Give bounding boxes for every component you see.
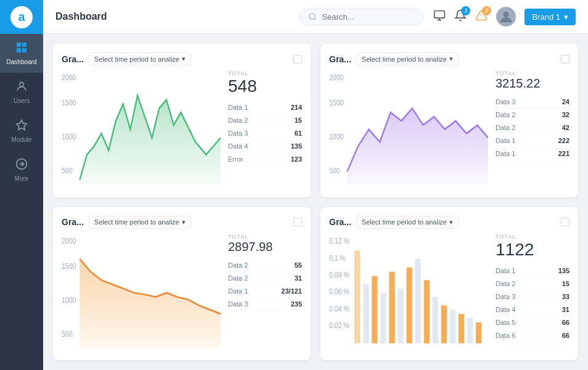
sidebar-item-more[interactable]: More	[0, 150, 43, 189]
card-3-stat-2: Data 123/121	[228, 285, 302, 298]
card-4-time-label: Select time period to analize	[362, 218, 447, 226]
sidebar-item-users[interactable]: Users	[0, 73, 43, 112]
page-title: Dashboard	[55, 11, 107, 22]
card-2-stat-2: Data 242	[496, 121, 570, 134]
card-2-total-label: TOTAL	[496, 70, 570, 76]
topbar-icons: 3 0 Brand 1 ▾	[433, 7, 576, 27]
card-4-time-select[interactable]: Select time period to analize ▾	[356, 216, 459, 229]
svg-rect-41	[406, 267, 412, 343]
search-input[interactable]	[322, 12, 414, 22]
card-2-body: 2000 1500 1000 500	[329, 70, 570, 189]
card-4-chart: 0.12 % 0.1 % 0.08 % 0.06 % 0.04 % 0.02 %	[329, 234, 488, 352]
sidebar: a Dashboard Users Module	[0, 0, 43, 370]
warning-icon-btn[interactable]: 0	[475, 9, 488, 25]
card-1-svg: 2000 1500 1000 500	[62, 70, 221, 189]
more-icon	[15, 158, 28, 173]
sidebar-item-dashboard[interactable]: Dashboard	[0, 34, 43, 73]
card-1-time-label: Select time period to analize	[94, 56, 179, 63]
svg-text:0.1 %: 0.1 %	[329, 254, 346, 262]
card-3-stat-1: Data 231	[228, 272, 302, 285]
monitor-icon	[433, 9, 446, 22]
module-icon	[15, 119, 28, 134]
svg-rect-47	[459, 313, 464, 343]
svg-marker-5	[17, 120, 27, 130]
card-3-stats: TOTAL 2897.98 Data 255 Data 231 Data 123…	[228, 234, 302, 352]
svg-rect-40	[398, 288, 403, 343]
card-2-stat-1: Data 232	[496, 109, 570, 121]
card-1-body: 2000 1500 1000 500	[62, 70, 302, 189]
card-3-total-value: 2897.98	[228, 240, 302, 254]
svg-line-9	[314, 18, 316, 20]
card-2-svg: 2000 1500 1000 500	[329, 70, 488, 189]
svg-rect-44	[433, 297, 438, 343]
card-2-checkbox[interactable]	[561, 55, 570, 64]
card-3-body: 2000 1500 1000 500	[62, 234, 302, 352]
card-2-stat-4: Data 1221	[496, 147, 570, 160]
svg-rect-38	[380, 292, 386, 343]
card-1-time-select[interactable]: Select time period to analize ▾	[89, 52, 191, 65]
card-3-stat-0: Data 255	[228, 259, 302, 272]
svg-text:0.02 %: 0.02 %	[329, 321, 349, 329]
card-1-header: Gra... Select time period to analize ▾	[62, 52, 302, 65]
card-3-chart: 2000 1500 1000 500	[62, 234, 221, 352]
card-2-stats: TOTAL 3215.22 Data 324 Data 232 Data 242…	[496, 70, 570, 189]
card-2-stat-0: Data 324	[496, 96, 570, 109]
chevron-down-icon: ▾	[564, 12, 568, 22]
card-4-stat-2: Data 333	[496, 290, 570, 303]
dashboard-content: Gra... Select time period to analize ▾ 2…	[43, 34, 588, 370]
card-4-title: Gra...	[329, 217, 351, 227]
card-4-checkbox[interactable]	[561, 218, 570, 226]
card-4-svg: 0.12 % 0.1 % 0.08 % 0.06 % 0.04 % 0.02 %	[329, 234, 488, 352]
card-3-time-select[interactable]: Select time period to analize ▾	[89, 216, 191, 229]
monitor-icon-btn[interactable]	[433, 9, 446, 25]
card-4-stat-1: Data 215	[496, 278, 570, 290]
svg-rect-36	[363, 284, 369, 343]
card-2-title: Gra...	[329, 54, 351, 64]
card-3-time-label: Select time period to analize	[94, 218, 179, 226]
card-1-checkbox[interactable]	[293, 55, 302, 64]
svg-text:2000: 2000	[62, 237, 76, 245]
card-3: Gra... Select time period to analize ▾ 2…	[53, 207, 311, 361]
svg-rect-10	[435, 10, 445, 18]
svg-text:1000: 1000	[62, 296, 76, 304]
svg-text:0.04 %: 0.04 %	[329, 305, 349, 313]
avatar[interactable]	[496, 7, 516, 27]
card-2-chart: 2000 1500 1000 500	[329, 70, 488, 189]
card-1: Gra... Select time period to analize ▾ 2…	[53, 44, 311, 197]
svg-text:1000: 1000	[62, 133, 76, 141]
dashboard-label: Dashboard	[7, 59, 37, 65]
card-2-time-select[interactable]: Select time period to analize ▾	[356, 52, 459, 65]
dashboard-icon	[15, 41, 28, 57]
svg-text:500: 500	[62, 330, 73, 338]
svg-text:1500: 1500	[62, 262, 76, 270]
svg-text:2000: 2000	[62, 74, 76, 82]
card-4-stat-5: Data 666	[496, 329, 570, 342]
svg-rect-3	[22, 48, 27, 52]
brand-label: Brand 1	[532, 12, 560, 22]
card-3-checkbox[interactable]	[293, 218, 302, 226]
card-1-stat-2: Data 361	[228, 127, 302, 140]
svg-point-8	[309, 14, 315, 19]
brand-button[interactable]: Brand 1 ▾	[525, 9, 576, 25]
bell-badge: 3	[461, 6, 470, 15]
search-box[interactable]	[299, 9, 423, 25]
card-3-chevron: ▾	[182, 218, 186, 226]
bell-icon-btn[interactable]: 3	[454, 9, 467, 25]
svg-rect-49	[476, 322, 481, 343]
card-2: Gra... Select time period to analize ▾ 2…	[321, 44, 578, 197]
card-1-total-label: TOTAL	[228, 70, 302, 76]
avatar-image	[497, 8, 515, 25]
card-2-header: Gra... Select time period to analize ▾	[329, 52, 570, 65]
card-3-svg: 2000 1500 1000 500	[62, 234, 221, 352]
svg-rect-0	[17, 43, 21, 47]
card-4-stat-0: Data 1135	[496, 265, 570, 278]
card-2-chevron: ▾	[449, 55, 453, 63]
svg-rect-48	[467, 318, 473, 343]
svg-text:2000: 2000	[329, 74, 343, 82]
warning-badge: 0	[482, 6, 491, 15]
sidebar-item-module[interactable]: Module	[0, 112, 43, 150]
svg-rect-46	[450, 310, 455, 343]
card-4-stats: TOTAL 1122 Data 1135 Data 215 Data 333 D…	[496, 234, 570, 352]
search-icon	[308, 12, 317, 21]
card-4-body: 0.12 % 0.1 % 0.08 % 0.06 % 0.04 % 0.02 %	[329, 234, 570, 352]
